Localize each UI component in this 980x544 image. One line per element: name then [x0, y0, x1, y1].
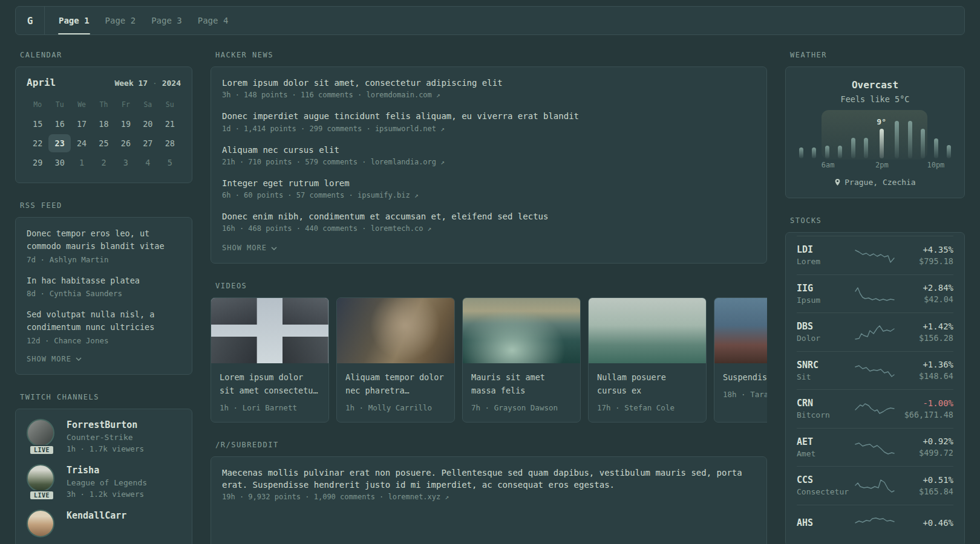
hn-item-title[interactable]: Lorem ipsum dolor sit amet, consectetur … [222, 77, 756, 89]
subreddit-post-domain[interactable]: loremnet.xyz ↗ [388, 493, 449, 501]
video-card[interactable]: Suspendisse diam 18h · Tara [714, 297, 767, 422]
calendar-month: April [27, 77, 56, 88]
stock-row[interactable]: SNRC Sit +1.36% $148.64 [797, 351, 953, 390]
dot-separator: · [362, 224, 370, 233]
calendar-day[interactable]: 22 [27, 134, 48, 152]
stock-sparkline [854, 516, 897, 533]
rss-item-title[interactable]: Donec tempor eros leo, ut commodo mauris… [27, 227, 181, 253]
calendar-day[interactable]: 25 [93, 134, 114, 152]
hn-item-meta: 16h · 468 points · 440 comments · loremt… [222, 224, 756, 233]
hn-item-domain[interactable]: loremdomain.com ↗ [366, 91, 440, 99]
stock-row[interactable]: AHS +0.46% [797, 505, 953, 543]
twitch-widget: TWITCH CHANNELS LIVE ForrestBurton Count… [15, 393, 192, 544]
stock-row[interactable]: CRN Bitcorn -1.00% $66,171.48 [797, 389, 953, 428]
rss-item-meta: 7d · Ashlyn Martin [27, 255, 181, 264]
calendar-day[interactable]: 1 [71, 154, 93, 172]
calendar-day[interactable]: 27 [137, 134, 158, 152]
video-title[interactable]: Mauris sit amet massa felis [471, 371, 572, 397]
stock-price: $42.04 [898, 294, 953, 304]
weather-bar-fill [947, 145, 951, 158]
calendar-day[interactable]: 18 [93, 115, 114, 133]
stock-symbol: CCS [797, 474, 852, 485]
dot-separator: · [349, 191, 358, 199]
hn-show-more-button[interactable]: SHOW MORE [222, 244, 277, 252]
stock-row[interactable]: IIG Ipsum +2.84% $42.04 [797, 274, 953, 313]
external-link-icon: ↗ [414, 192, 419, 199]
calendar-day[interactable]: 30 [48, 154, 70, 172]
twitch-channel-viewers: 1h · 1.7k viewers [67, 444, 144, 453]
twitch-channel[interactable]: LIVE Trisha League of Legends 3h · 1.2k … [27, 464, 181, 499]
rss-item-title[interactable]: In hac habitasse platea [27, 274, 181, 287]
weather-bar: 9° [877, 114, 886, 158]
calendar-day[interactable]: 4 [137, 154, 158, 172]
stock-price: $66,171.48 [898, 410, 953, 419]
video-card[interactable]: Aliquam tempor dolor nec pharetra… 1h · … [336, 297, 455, 422]
rss-item-title[interactable]: Sed volutpat nulla nisl, a condimentum n… [27, 308, 181, 334]
video-card[interactable]: Lorem ipsum dolor sit amet consectetu… 1… [211, 297, 329, 422]
hn-item-title[interactable]: Integer eget rutrum lorem [222, 177, 756, 189]
page-tab[interactable]: Page 4 [190, 7, 237, 34]
rss-show-more-button[interactable]: SHOW MORE [27, 355, 82, 363]
calendar-day[interactable]: 15 [27, 115, 48, 133]
video-meta: 7h · Grayson Dawson [471, 403, 572, 412]
right-column: WEATHER Overcast Feels like 5°C [785, 51, 965, 544]
stock-symbol: AET [797, 436, 852, 447]
chevron-down-icon [271, 247, 277, 250]
calendar-day[interactable]: 5 [159, 154, 181, 172]
calendar-day[interactable]: 29 [27, 154, 48, 172]
weather-bar-fill [851, 138, 855, 158]
calendar-day[interactable]: 2 [93, 154, 114, 172]
stock-row[interactable]: LDI Lorem +4.35% $795.18 [797, 236, 953, 274]
calendar-day[interactable]: 28 [159, 134, 181, 152]
hn-item: Aliquam nec cursus elit 21h · 710 points… [222, 144, 756, 166]
video-title[interactable]: Nullam posuere cursus ex [597, 371, 697, 397]
stock-row[interactable]: CCS Consectetur +0.51% $165.84 [797, 466, 953, 505]
hn-item-title[interactable]: Donec imperdiet augue tincidunt felis al… [222, 110, 756, 122]
stock-row[interactable]: DBS Dolor +1.42% $156.28 [797, 312, 953, 351]
dot-separator: · [366, 125, 374, 133]
calendar-day[interactable]: 24 [71, 134, 93, 152]
calendar-day[interactable]: 26 [115, 134, 137, 152]
calendar-day[interactable]: 21 [159, 115, 181, 133]
video-title[interactable]: Lorem ipsum dolor sit amet consectetu… [220, 371, 320, 397]
twitch-channel[interactable]: KendallCarr [27, 510, 181, 537]
hn-item-domain[interactable]: ipsumworld.net ↗ [375, 125, 445, 133]
hn-item-title[interactable]: Donec enim nibh, condimentum et accumsan… [222, 210, 756, 222]
page-tab[interactable]: Page 1 [51, 7, 97, 34]
hn-item-title[interactable]: Aliquam nec cursus elit [222, 144, 756, 156]
calendar-day[interactable]: 20 [137, 115, 158, 133]
weather-bar-fill [825, 146, 829, 158]
video-title[interactable]: Aliquam tempor dolor nec pharetra… [345, 371, 446, 397]
weather-bar [825, 114, 829, 158]
video-title[interactable]: Suspendisse diam [723, 371, 767, 384]
stock-symbol: IIG [797, 283, 852, 294]
subreddit-post-title[interactable]: Maecenas mollis pulvinar erat non posuer… [222, 467, 756, 491]
avatar [27, 510, 54, 537]
video-card[interactable]: Mauris sit amet massa felis 7h · Grayson… [462, 297, 581, 422]
stock-sparkline [854, 362, 897, 379]
stock-row[interactable]: AET Amet +0.92% $499.72 [797, 428, 953, 467]
calendar-day[interactable]: 3 [115, 154, 137, 172]
calendar-day[interactable]: 19 [115, 115, 137, 133]
weekday-header: Fr [115, 97, 137, 115]
page-tab[interactable]: Page 3 [143, 7, 190, 34]
stock-name: Ipsum [797, 296, 852, 305]
dot-separator: · [362, 158, 370, 166]
video-card[interactable]: Nullam posuere cursus ex 17h · Stefan Co… [588, 297, 707, 422]
hn-item-domain[interactable]: loremtech.co ↗ [371, 224, 432, 233]
rss-widget: RSS FEED Donec tempor eros leo, ut commo… [15, 201, 192, 375]
weather-bar-fill [838, 146, 842, 158]
live-badge: LIVE [29, 490, 54, 500]
stock-change: +2.84% [898, 283, 953, 293]
weather-bar-fill [895, 121, 899, 158]
page-tab[interactable]: Page 2 [97, 7, 144, 34]
calendar-day[interactable]: 17 [71, 115, 93, 133]
location-pin-icon [834, 178, 841, 186]
twitch-channel[interactable]: LIVE ForrestBurton Counter-Strike 1h · 1… [27, 419, 181, 453]
hn-item-domain[interactable]: loremlandia.org ↗ [371, 158, 445, 166]
calendar-day[interactable]: 16 [48, 115, 70, 133]
app-logo[interactable]: G [16, 7, 45, 34]
weather-bar [799, 114, 803, 158]
calendar-day[interactable]: 23 [48, 134, 70, 152]
hn-item-domain[interactable]: ipsumify.biz ↗ [358, 191, 419, 199]
